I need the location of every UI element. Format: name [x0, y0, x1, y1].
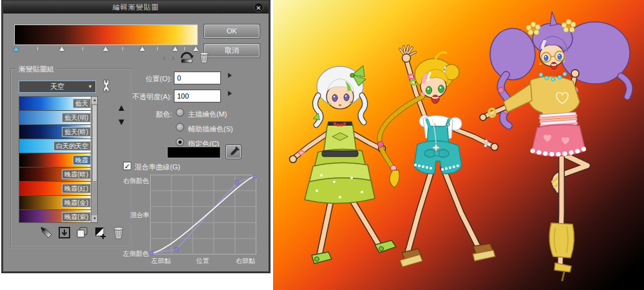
import-preset-icon[interactable]	[57, 226, 71, 240]
dialog-titlebar[interactable]: 編輯漸變貼圖 ✕	[3, 1, 269, 14]
gradient-midpoint-tick[interactable]	[157, 47, 158, 50]
flip-gradient-icon[interactable]	[180, 52, 194, 63]
dialog-title: 編輯漸變貼圖	[113, 3, 159, 12]
curve-x-label-mid: 位置	[196, 256, 209, 266]
opacity-spinner-icon[interactable]	[228, 91, 232, 96]
delete-preset-trash-icon[interactable]	[111, 226, 126, 240]
curve-y-label-top: 右側顏色	[123, 177, 149, 186]
chevron-down-icon: ▼	[88, 81, 93, 92]
list-item[interactable]: 白天的天空	[19, 139, 92, 153]
apply-gradient-icon[interactable]	[39, 226, 53, 240]
blend-curve-plot[interactable]	[150, 175, 256, 255]
gradient-set-groupbox: 漸變貼圖組 天空 ▼ 藍天 藍天(明)	[10, 68, 131, 247]
blend-curve-checkbox[interactable]: ✓	[123, 162, 131, 170]
radio-main-drawing-color[interactable]	[176, 108, 184, 117]
curve-x-label-left: 左節點	[151, 256, 171, 266]
preset-label: 晚霞(紫)	[62, 212, 91, 222]
move-down-icon[interactable]: ▼	[117, 117, 126, 127]
artwork-preview	[273, 0, 644, 290]
scroll-down-icon[interactable]: ▼	[91, 215, 98, 222]
gradient-set-dropdown[interactable]: 天空 ▼	[19, 81, 96, 93]
scrollbar-thumb[interactable]	[92, 104, 97, 182]
gradient-midpoint-tick[interactable]	[37, 47, 38, 50]
move-up-icon[interactable]: ▲	[117, 102, 126, 113]
duplicate-preset-icon[interactable]	[75, 226, 90, 240]
opacity-label: 不透明度(A):	[126, 92, 172, 102]
gradient-stop-handle[interactable]	[59, 46, 64, 51]
opacity-input[interactable]: 100	[174, 90, 221, 102]
preset-label: 晚霞(暗)	[62, 169, 91, 179]
list-item-selected[interactable]: 晚霞	[19, 153, 92, 168]
gradient-preset-list: 藍天 藍天(明) 藍天(暗) 白天的天空 晚霞	[19, 96, 98, 223]
preset-label: 晚霞(金)	[62, 198, 91, 208]
curve-y-label-mid: 混合率	[130, 211, 149, 220]
dropdown-value: 天空	[50, 82, 64, 90]
gradient-midpoint-tick[interactable]	[122, 47, 123, 50]
delete-stop-trash-icon[interactable]	[198, 51, 211, 66]
ok-button[interactable]: OK	[204, 24, 260, 38]
preset-label: 晚霞(紅)	[62, 184, 91, 193]
list-item[interactable]: 藍天(暗)	[19, 125, 92, 139]
curve-y-label-bottom: 左側顏色	[123, 249, 149, 258]
list-scrollbar[interactable]: ▲ ▼	[91, 97, 97, 222]
edit-gradient-map-dialog: 編輯漸變貼圖 ✕ OK 取消 ‹ ›	[2, 0, 270, 273]
eyedropper-button[interactable]	[226, 145, 241, 159]
list-item[interactable]: 晚霞(紫)	[19, 210, 92, 223]
preset-label: 藍天(明)	[62, 113, 91, 122]
preset-label: 晚霞	[73, 155, 91, 165]
gradient-node-strip[interactable]	[14, 46, 198, 52]
position-input[interactable]: 0	[174, 72, 221, 84]
gradient-stop-handle[interactable]	[193, 46, 198, 51]
list-item[interactable]: 藍天(明)	[19, 111, 92, 125]
radio-specified-color[interactable]	[176, 138, 184, 146]
scroll-up-icon[interactable]: ▲	[91, 97, 98, 104]
radio-sub-drawing-color[interactable]	[176, 123, 184, 131]
preset-label: 藍天(暗)	[62, 127, 91, 137]
gradient-stop-handle[interactable]	[173, 46, 178, 51]
position-label: 位置(O):	[126, 74, 172, 84]
preset-label: 白天的天空	[53, 141, 91, 151]
prev-stop-icon[interactable]: ‹	[160, 53, 168, 63]
close-icon[interactable]: ✕	[254, 3, 263, 12]
radio-sub-drawing-color-label: 輔助描繪色(S)	[188, 124, 233, 134]
settings-wrench-icon[interactable]	[100, 79, 113, 95]
list-item[interactable]: 晚霞(暗)	[19, 168, 92, 182]
preset-toolbar	[39, 226, 126, 240]
gradient-bar[interactable]	[15, 25, 197, 44]
list-item[interactable]: 晚霞(紅)	[19, 182, 92, 196]
radio-main-drawing-color-label: 主描繪色(M)	[188, 110, 227, 119]
gradient-stop-handle[interactable]	[140, 46, 145, 51]
groupbox-label: 漸變貼圖組	[16, 64, 57, 74]
gradient-midpoint-tick[interactable]	[184, 47, 185, 50]
position-spinner-icon[interactable]	[228, 73, 232, 78]
list-item[interactable]: 晚霞(金)	[19, 196, 92, 210]
color-label: 顏色:	[126, 110, 172, 119]
blend-curve-checkbox-label: 混合率曲線(G)	[135, 162, 180, 172]
cancel-button[interactable]: 取消	[204, 44, 260, 57]
screenshot-root: 編輯漸變貼圖 ✕ OK 取消 ‹ ›	[0, 0, 644, 290]
preset-label: 藍天	[73, 99, 91, 108]
gradient-midpoint-tick[interactable]	[82, 47, 83, 50]
next-stop-icon[interactable]: ›	[169, 53, 177, 63]
radio-selected-dot	[178, 140, 182, 144]
color-swatch[interactable]	[167, 147, 220, 158]
curve-control-points	[150, 175, 256, 255]
gradient-stop-handle[interactable]	[103, 46, 108, 51]
curve-x-label-right: 右節點	[236, 256, 255, 266]
list-item[interactable]: 藍天	[19, 97, 92, 111]
gradient-stop-handle[interactable]	[14, 46, 19, 51]
new-gradient-icon[interactable]	[93, 226, 108, 240]
gradient-preview[interactable]	[14, 24, 198, 45]
